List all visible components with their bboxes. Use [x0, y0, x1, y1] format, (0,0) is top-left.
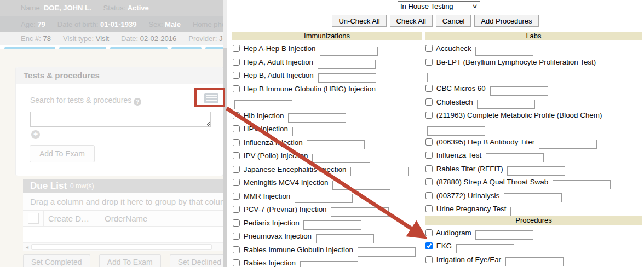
item-checkbox[interactable]: [426, 112, 433, 119]
item-value-input[interactable]: [486, 153, 544, 162]
item-value-input[interactable]: [456, 244, 514, 253]
checklist-item: Hep B, Adult Injection: [232, 69, 422, 83]
section-header-immunizations: Immunizations: [232, 32, 422, 40]
item-checkbox[interactable]: [426, 242, 433, 249]
item-checkbox[interactable]: [426, 229, 433, 236]
checklist-item: CBC Micros 60: [425, 82, 642, 96]
item-checkbox[interactable]: [426, 205, 433, 212]
item-value-input[interactable]: [288, 113, 346, 123]
checklist-item: MMR Injection: [232, 190, 422, 204]
test-category-select[interactable]: In House Testing ∨: [398, 1, 480, 11]
item-checkbox[interactable]: [233, 219, 240, 227]
item-checkbox[interactable]: [233, 193, 240, 200]
item-value-input[interactable]: [539, 140, 597, 149]
item-checkbox[interactable]: [233, 233, 240, 240]
field-value: 78: [43, 34, 50, 43]
item-checkbox[interactable]: [426, 138, 433, 146]
due-list-action-button[interactable]: Set Declined: [170, 254, 227, 267]
vertical-scrollbar-thumb[interactable]: [223, 48, 227, 267]
item-value-input[interactable]: [553, 180, 611, 189]
item-value-input[interactable]: [475, 230, 533, 240]
item-checkbox[interactable]: [426, 256, 433, 263]
immunizations-column: Immunizations Hep A-Hep B Injection Hep …: [232, 32, 422, 267]
item-label: (006395) Hep B Antibody Titer: [436, 138, 534, 146]
item-value-input[interactable]: [300, 261, 358, 267]
item-value-input[interactable]: [490, 86, 548, 96]
item-checkbox[interactable]: [233, 112, 240, 119]
dialog-action-button[interactable]: Cancel: [436, 15, 471, 27]
checklist-item: Pediarix Injection: [232, 217, 422, 230]
item-value-input[interactable]: [307, 140, 365, 149]
item-checkbox[interactable]: [233, 72, 240, 79]
due-list-table-header: Create D… OrderName: [23, 211, 223, 227]
item-value-input[interactable]: [320, 47, 378, 56]
checklist-item: Audiogram: [425, 227, 642, 240]
item-value-input[interactable]: [303, 220, 361, 230]
item-value-input[interactable]: [318, 60, 376, 69]
item-value-input[interactable]: [312, 154, 370, 163]
item-checkbox[interactable]: [426, 85, 433, 92]
item-value-input[interactable]: [475, 47, 533, 56]
item-value-input[interactable]: [331, 207, 389, 217]
item-value-input[interactable]: [427, 126, 485, 136]
help-icon[interactable]: ?: [134, 98, 141, 106]
item-checkbox[interactable]: [426, 45, 433, 52]
item-value-input[interactable]: [332, 181, 390, 190]
item-checkbox[interactable]: [233, 246, 240, 253]
select-all-checkbox[interactable]: [28, 213, 39, 224]
item-value-input[interactable]: [292, 127, 350, 136]
item-checkbox[interactable]: [233, 59, 240, 66]
item-checkbox[interactable]: [233, 45, 240, 52]
item-label: Irrigation of Eye/Ear: [436, 256, 501, 264]
item-checkbox[interactable]: [233, 206, 240, 213]
ehr-background-page: Name: DOE, JOHN L.Status: Active Age: 79…: [0, 0, 227, 267]
item-value-input[interactable]: [316, 234, 374, 243]
item-checkbox[interactable]: [426, 98, 433, 106]
item-value-input[interactable]: [350, 167, 409, 176]
dialog-action-button[interactable]: Un-Check All: [332, 15, 386, 27]
item-checkbox[interactable]: [426, 152, 433, 159]
item-label: Hib Injection: [244, 112, 284, 120]
item-checkbox[interactable]: [233, 125, 240, 132]
item-checkbox[interactable]: [426, 59, 433, 66]
item-value-input[interactable]: [318, 73, 376, 83]
select-all-cell[interactable]: [23, 211, 44, 226]
add-to-exam-button[interactable]: Add To Exam: [30, 145, 95, 162]
item-checkbox[interactable]: [233, 152, 240, 159]
patient-field: Age: 79: [21, 20, 45, 28]
item-value-input[interactable]: [507, 166, 565, 176]
item-checkbox[interactable]: [233, 166, 240, 173]
item-checkbox[interactable]: [233, 259, 240, 266]
item-value-input[interactable]: [504, 193, 562, 202]
item-value-input[interactable]: [505, 257, 564, 266]
item-value-input[interactable]: [510, 207, 568, 216]
item-checkbox[interactable]: [233, 85, 240, 92]
add-icon[interactable]: +: [31, 130, 40, 139]
group-by-drop-zone[interactable]: Drag a column and drop it here to group …: [23, 193, 223, 211]
field-value: 01-01-1939: [100, 20, 137, 28]
due-list-action-button[interactable]: Add To Exam: [99, 254, 161, 267]
checklist-item: Influenza Injection: [232, 136, 422, 150]
due-list-action-button[interactable]: Set Completed: [23, 254, 90, 267]
item-value-input[interactable]: [427, 73, 485, 82]
item-label: Influenza Test: [436, 151, 481, 159]
item-checkbox[interactable]: [426, 178, 433, 185]
item-checkbox[interactable]: [233, 139, 240, 146]
dialog-action-button[interactable]: Check All: [390, 15, 433, 27]
dialog-button-row: Un-Check AllCheck AllCancelAdd Procedure…: [227, 15, 644, 27]
item-label: Pediarix Injection: [244, 219, 300, 227]
item-value-input[interactable]: [358, 247, 416, 257]
dialog-action-button[interactable]: Add Procedures: [474, 15, 538, 27]
search-input[interactable]: [30, 112, 211, 127]
column-header-create-date[interactable]: Create D…: [44, 211, 100, 226]
item-checkbox[interactable]: [426, 165, 433, 172]
item-checkbox[interactable]: [426, 192, 433, 199]
item-value-input[interactable]: [234, 100, 292, 109]
item-checkbox[interactable]: [233, 179, 240, 186]
item-value-input[interactable]: [295, 194, 353, 203]
column-header-ordername[interactable]: OrderName: [100, 211, 223, 226]
scrollbar-thumb[interactable]: [31, 244, 212, 250]
item-value-input[interactable]: [477, 100, 535, 109]
item-label: Hep B Immune Globulin (HBIG) Injection: [244, 85, 376, 93]
scroll-left-arrow-icon[interactable]: ◂: [23, 243, 31, 251]
